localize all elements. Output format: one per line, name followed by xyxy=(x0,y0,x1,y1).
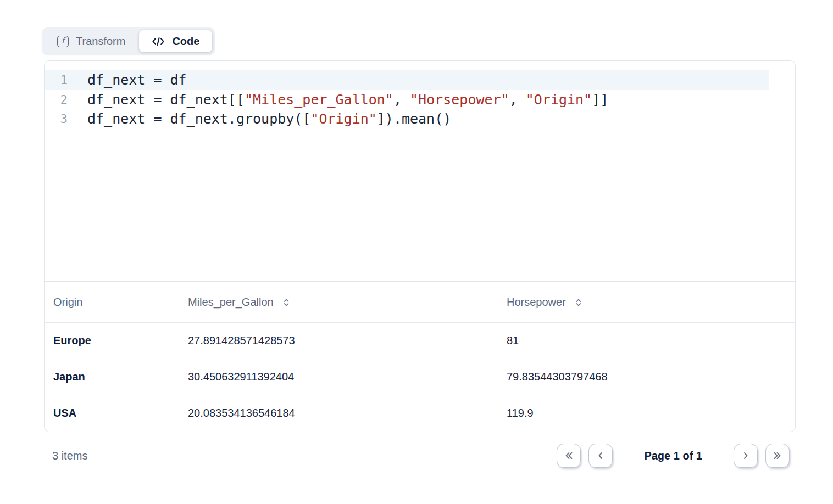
tab-code-label: Code xyxy=(172,35,199,48)
chevron-left-icon xyxy=(596,451,606,460)
tab-transform[interactable]: f Transform xyxy=(45,30,138,52)
pagination: Page 1 of 1 xyxy=(557,444,790,468)
result-table: Origin Miles_per_Gallon Horsepower xyxy=(45,281,795,432)
code-editor[interactable]: 123 df_next = dfdf_next = df_next[["Mile… xyxy=(45,61,795,281)
function-icon: f xyxy=(57,36,69,47)
column-label: Origin xyxy=(53,296,82,308)
cell-origin: Europe xyxy=(45,323,179,359)
table-row: Europe27.89142857142857381 xyxy=(45,323,795,359)
editor-gutter: 123 xyxy=(45,70,80,281)
chevrons-right-icon xyxy=(773,451,782,460)
column-header-miles-per-gallon[interactable]: Miles_per_Gallon xyxy=(179,282,498,323)
cell-miles-per-gallon: 30.450632911392404 xyxy=(179,359,498,395)
cell-miles-per-gallon: 27.891428571428573 xyxy=(179,323,498,359)
column-header-origin: Origin xyxy=(45,282,179,323)
tab-code[interactable]: Code xyxy=(139,30,212,52)
table-footer: 3 items Page 1 of 1 xyxy=(44,433,796,468)
table-header: Origin Miles_per_Gallon Horsepower xyxy=(45,282,795,323)
first-page-button[interactable] xyxy=(557,444,581,468)
line-number: 1 xyxy=(45,70,80,90)
table-row: Japan30.45063291139240479.83544303797468 xyxy=(45,359,795,395)
cell-origin: Japan xyxy=(45,359,179,395)
next-page-button[interactable] xyxy=(734,444,758,468)
code-icon xyxy=(152,37,165,46)
code-panel: 123 df_next = dfdf_next = df_next[["Mile… xyxy=(44,60,796,432)
column-label: Miles_per_Gallon xyxy=(188,296,274,308)
code-line: df_next = df_next.groupby(["Origin"]).me… xyxy=(80,109,795,129)
cell-miles-per-gallon: 20.083534136546184 xyxy=(179,395,498,432)
tab-transform-label: Transform xyxy=(76,35,125,48)
cell-origin: USA xyxy=(45,395,179,432)
code-line: df_next = df_next[["Miles_per_Gallon", "… xyxy=(80,90,795,110)
app-page: f Transform Code 123 df_next = dfdf_next… xyxy=(0,0,833,504)
code-line: df_next = df xyxy=(80,70,795,90)
editor-code: df_next = dfdf_next = df_next[["Miles_pe… xyxy=(80,70,795,281)
column-label: Horsepower xyxy=(507,296,566,308)
cell-horsepower: 81 xyxy=(498,323,795,359)
chevron-right-icon xyxy=(741,451,751,460)
sort-icon[interactable] xyxy=(575,298,582,307)
page-indicator: Page 1 of 1 xyxy=(644,450,702,462)
table-row: USA20.083534136546184119.9 xyxy=(45,395,795,432)
line-number: 3 xyxy=(45,109,80,129)
table-body: Europe27.89142857142857381Japan30.450632… xyxy=(45,323,795,432)
cell-horsepower: 79.83544303797468 xyxy=(498,359,795,395)
sort-icon[interactable] xyxy=(282,298,290,307)
cell-horsepower: 119.9 xyxy=(498,395,795,432)
last-page-button[interactable] xyxy=(765,444,790,468)
items-count: 3 items xyxy=(52,450,87,462)
previous-page-button[interactable] xyxy=(588,444,613,468)
line-number: 2 xyxy=(45,90,80,110)
column-header-horsepower[interactable]: Horsepower xyxy=(498,282,795,323)
chevrons-left-icon xyxy=(564,451,574,460)
view-mode-tabs: f Transform Code xyxy=(42,27,215,55)
